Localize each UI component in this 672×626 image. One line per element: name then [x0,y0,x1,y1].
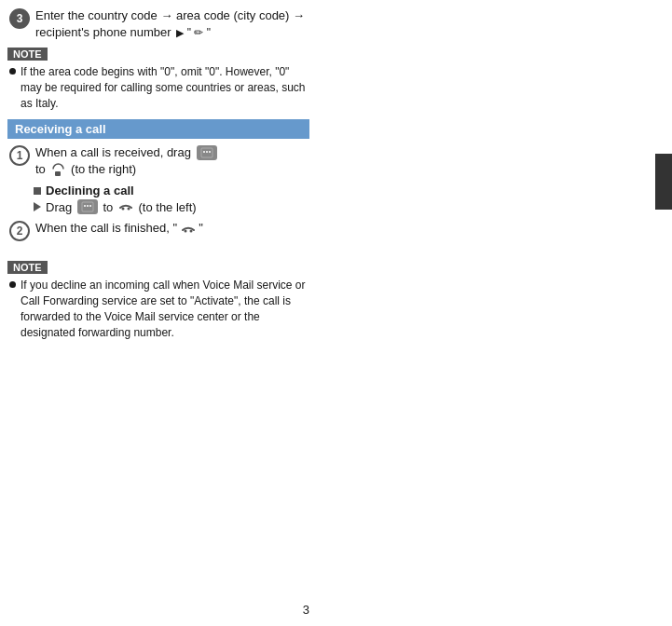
incoming-call-icon [200,147,213,158]
note1-bullet [9,68,16,75]
decline-call-icon [118,199,133,214]
svg-point-11 [184,229,186,232]
page-number: 3 [303,603,309,617]
note2-item: If you decline an incoming call when Voi… [7,278,309,340]
svg-point-3 [209,151,211,153]
drag-label: Drag [46,200,75,214]
note2-text: If you decline an incoming call when Voi… [21,278,309,340]
declining-drag-row: Drag to (to the left) [34,199,309,214]
svg-point-7 [87,205,89,207]
svg-point-6 [84,205,86,207]
step3-text: Enter the country code → area code (city… [35,7,308,41]
to-label: to [100,200,117,214]
incoming-call-icon2 [81,201,94,212]
svg-point-1 [203,151,205,153]
note2-box: NOTE If you decline an incoming call whe… [7,260,309,340]
note2-label: NOTE [7,261,48,274]
step2-circle: 2 [9,221,30,241]
answer-call-icon [50,163,65,178]
step1-circle: 1 [9,145,30,166]
note2-bullet [9,281,16,288]
step1-row: 1 When a call is received, drag to (to t… [7,144,309,178]
step2-row: 2 When the call is finished, " " [7,220,309,241]
svg-point-9 [121,208,124,211]
declining-section: Declining a call Drag to (to the left [34,184,309,214]
note1-label: NOTE [7,48,48,61]
svg-point-10 [127,208,130,211]
section-receiving-header: Receiving a call [7,119,309,139]
note1-box: NOTE If the area code begins with "0", o… [7,47,309,111]
step3-circle: 3 [9,8,30,29]
step3-area: 3 Enter the country code → area code (ci… [7,7,309,41]
declining-header: Declining a call [34,184,309,197]
note1-text: If the area code begins with "0", omit "… [21,64,309,111]
declining-label: Declining a call [46,184,134,197]
end-call-icon [181,222,196,237]
step2-text: When the call is finished, " " [35,220,203,237]
note1-item: If the area code begins with "0", omit "… [7,64,309,111]
dark-rect-decoration [655,154,672,210]
to-left-label: (to the left) [135,200,197,214]
page-container: 3 Enter the country code → area code (ci… [0,0,317,626]
svg-point-8 [89,205,91,207]
svg-rect-4 [55,171,61,176]
step1-text: When a call is received, drag to (to the… [35,144,219,178]
square-bullet [34,187,41,195]
svg-point-2 [206,151,208,153]
triangle-bullet [34,202,41,211]
svg-point-12 [189,229,192,232]
